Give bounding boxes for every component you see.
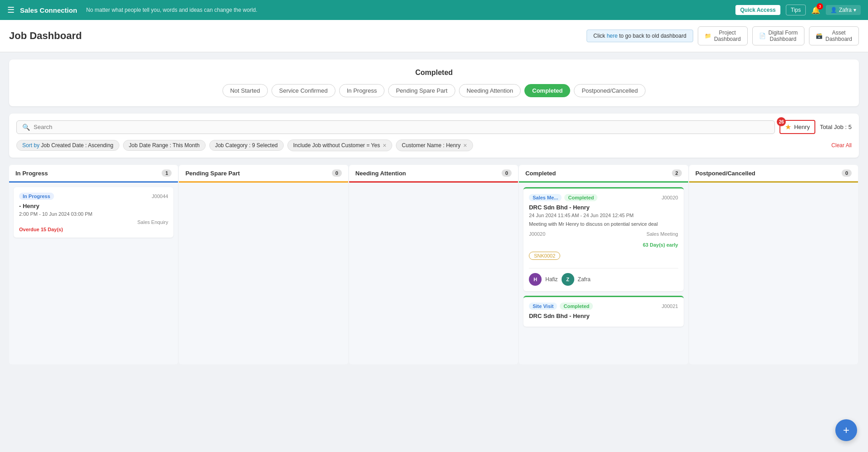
kanban-col-header-completed: Completed 2 [519, 165, 688, 183]
kanban-col-postponed: Postponed/Cancelled 0 [689, 165, 858, 364]
status-card-title: Completed [18, 69, 850, 77]
col-title-postponed: Postponed/Cancelled [695, 170, 755, 177]
notification-icon[interactable]: 🔔 3 [811, 6, 820, 15]
col-count-postponed: 0 [842, 169, 852, 177]
tips-button[interactable]: Tips [786, 5, 806, 15]
job-card-j00020[interactable]: Sales Me... Completed J00020 DRC Sdn Bhd… [523, 187, 683, 291]
job-card-j00021-header: Site Visit Completed J00021 [529, 303, 678, 310]
kanban-col-needing-attention: Needing Attention 0 [349, 165, 518, 364]
kanban-col-header-postponed: Postponed/Cancelled 0 [689, 165, 858, 183]
kanban-col-header-pending: Pending Spare Part 0 [179, 165, 348, 183]
old-dashboard-link-container: Click here to go back to old dashboard [587, 30, 693, 42]
filter-tags-container: Sort by Job Created Date : Ascending Job… [16, 139, 852, 151]
filter-remove-customer[interactable]: × [463, 142, 467, 149]
filter-remove-include[interactable]: × [383, 142, 386, 149]
col-title-completed: Completed [525, 170, 556, 177]
main-content: Completed Not Started Service Confirmed … [0, 52, 868, 372]
starred-filter-button[interactable]: 26 ★ Henry [779, 120, 815, 134]
job-status-badge-j00020: Completed [564, 194, 597, 201]
job-category-j00044: Sales Enquiry [19, 219, 168, 225]
search-icon: 🔍 [22, 124, 30, 131]
job-customer-j00021: DRC Sdn Bhd - Henry [529, 313, 678, 319]
job-status-badge-j00021: Completed [560, 303, 593, 310]
job-meta-j00020: J00020 [529, 231, 545, 237]
kanban-body-pending [179, 183, 348, 364]
job-customer-j00044: - Henry [19, 203, 168, 209]
top-navigation: ☰ Sales Connection No matter what people… [0, 0, 868, 20]
job-avatars-j00020: H Hafiz Z Zafra [529, 273, 678, 286]
job-customer-j00020: DRC Sdn Bhd - Henry [529, 204, 678, 211]
search-input-wrapper: 🔍 [16, 120, 775, 134]
digital-form-dashboard-button[interactable]: 📄 Digital FormDashboard [752, 26, 805, 45]
hamburger-menu-icon[interactable]: ☰ [7, 5, 15, 15]
tab-service-confirmed[interactable]: Service Confirmed [271, 84, 335, 97]
filter-tag-text: Sort by Job Created Date : Ascending [22, 142, 113, 149]
job-card-j00044-header: In Progress J00044 [19, 193, 168, 200]
page-title: Job Dashboard [9, 30, 82, 42]
filter-include-text: Include Job without Customer = Yes [293, 142, 380, 149]
kanban-body-postponed [689, 183, 858, 364]
filter-sort[interactable]: Sort by Job Created Date : Ascending [16, 140, 119, 151]
old-dashboard-text: Click [593, 33, 607, 39]
search-input[interactable] [34, 124, 769, 130]
job-overdue-j00044: Overdue 15 Day(s) [19, 227, 168, 232]
user-menu-button[interactable]: 👤 Zafra ▾ [826, 5, 861, 15]
old-dashboard-anchor[interactable]: here [607, 33, 617, 39]
clear-all-button[interactable]: Clear All [831, 142, 852, 149]
job-category-j00020: Sales Meeting [646, 231, 678, 237]
filter-category-text: Job Category : 9 Selected [215, 142, 278, 149]
filter-category[interactable]: Job Category : 9 Selected [209, 140, 284, 151]
job-card-j00020-header: Sales Me... Completed J00020 [529, 194, 678, 201]
asset-dashboard-button[interactable]: 🗃️ AssetDashboard [809, 26, 859, 45]
filter-date-range[interactable]: Job Date Range : This Month [123, 140, 206, 151]
job-time-j00044: 2:00 PM - 10 Jun 2024 03:00 PM [19, 211, 168, 217]
filter-bar: 🔍 26 ★ Henry Total Job : 5 Sort by Job C… [9, 114, 859, 158]
old-dashboard-suffix: to go back to old dashboard [619, 33, 686, 39]
tagline-text: No matter what people tell you, words an… [86, 7, 730, 13]
job-card-j00044[interactable]: In Progress J00044 - Henry 2:00 PM - 10 … [14, 187, 173, 238]
card-divider [529, 268, 678, 268]
tab-not-started[interactable]: Not Started [222, 84, 268, 97]
star-icon: ★ [785, 123, 791, 131]
tab-in-progress[interactable]: In Progress [339, 84, 385, 97]
job-type-badge-j00021: Site Visit [529, 303, 557, 310]
job-id-j00021: J00021 [662, 303, 678, 309]
filter-customer-name[interactable]: Customer Name : Henry × [396, 139, 473, 151]
document-icon: 📄 [759, 33, 766, 39]
page-header: Job Dashboard Click here to go back to o… [0, 20, 868, 52]
job-tag-j00020: SNK0002 [529, 252, 560, 260]
tab-postponed-cancelled[interactable]: Postponed/Cancelled [574, 84, 646, 97]
folder-icon: 📁 [705, 33, 711, 39]
job-desc-j00020: Meeting with Mr Henry to discuss on pote… [529, 221, 678, 228]
filter-include-customer[interactable]: Include Job without Customer = Yes × [287, 139, 392, 151]
tab-completed[interactable]: Completed [524, 84, 570, 97]
avatar-hafiz-label: Hafiz [545, 276, 557, 283]
kanban-col-header-needing: Needing Attention 0 [349, 165, 518, 183]
header-right-actions: Click here to go back to old dashboard 📁… [587, 26, 859, 45]
job-id-j00020: J00020 [662, 195, 678, 200]
user-name: Zafra [839, 7, 852, 13]
avatar-zafra-label: Zafra [578, 276, 591, 283]
starred-count-badge: 26 [777, 117, 786, 126]
filter-date-text: Job Date Range : This Month [129, 142, 200, 149]
project-dashboard-label: ProjectDashboard [714, 30, 741, 42]
status-tabs-card: Completed Not Started Service Confirmed … [9, 60, 859, 106]
quick-access-button[interactable]: Quick Access [735, 5, 780, 15]
filter-customer-text: Customer Name : Henry [402, 142, 460, 149]
col-count-completed: 2 [672, 169, 682, 177]
job-card-j00021[interactable]: Site Visit Completed J00021 DRC Sdn Bhd … [523, 296, 683, 327]
asset-icon: 🗃️ [816, 33, 823, 39]
status-tabs-container: Not Started Service Confirmed In Progres… [18, 84, 850, 97]
job-type-badge-j00020: Sales Me... [529, 194, 562, 201]
notification-badge: 3 [817, 3, 823, 10]
project-dashboard-button[interactable]: 📁 ProjectDashboard [698, 26, 748, 45]
job-status-badge-j00044: In Progress [19, 193, 54, 200]
col-title-needing: Needing Attention [355, 170, 406, 177]
chevron-down-icon: ▾ [853, 7, 856, 13]
tab-needing-attention[interactable]: Needing Attention [459, 84, 521, 97]
col-title-in-progress: In Progress [15, 170, 48, 177]
kanban-body-in-progress: In Progress J00044 - Henry 2:00 PM - 10 … [9, 183, 178, 364]
tab-pending-spare-part[interactable]: Pending Spare Part [388, 84, 455, 97]
kanban-body-completed: Sales Me... Completed J00020 DRC Sdn Bhd… [519, 183, 688, 364]
kanban-col-pending-spare-part: Pending Spare Part 0 [179, 165, 348, 364]
